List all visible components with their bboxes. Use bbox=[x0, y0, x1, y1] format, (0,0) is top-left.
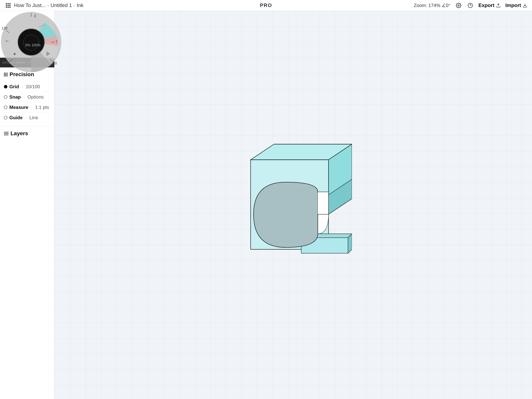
measure-row[interactable]: Measure · 1:1 pts bbox=[4, 102, 51, 112]
grid-label[interactable]: Grid bbox=[9, 84, 19, 90]
sidebar: 2 120 40 20 7 1 pts 0% 100% bbox=[0, 11, 55, 399]
layers-header[interactable]: Layers bbox=[4, 130, 51, 137]
guide-row[interactable]: Guide · Line bbox=[4, 112, 51, 123]
canvas-drawing bbox=[215, 136, 352, 274]
snap-row[interactable]: Snap · Options bbox=[4, 92, 51, 102]
svg-text:✦: ✦ bbox=[13, 51, 17, 57]
measure-radio[interactable] bbox=[4, 106, 7, 109]
export-button[interactable]: Export bbox=[478, 2, 501, 8]
svg-point-0 bbox=[458, 5, 459, 6]
svg-text:2: 2 bbox=[34, 14, 36, 18]
precision-section: Precision Grid · 10/100 Snap · Options M… bbox=[0, 67, 54, 125]
breadcrumb-part3[interactable]: Ink bbox=[77, 2, 83, 8]
svg-text:20: 20 bbox=[53, 61, 57, 65]
layers-menu-icon bbox=[4, 132, 9, 135]
grid-value[interactable]: 10/100 bbox=[26, 84, 40, 90]
breadcrumb-part2[interactable]: Untitled 1 bbox=[51, 2, 72, 8]
3d-object-svg bbox=[215, 136, 352, 273]
main-area: 2 120 40 20 7 1 pts 0% 100% bbox=[0, 11, 532, 399]
angle-value: ∠0° bbox=[442, 3, 450, 8]
app-menu-button[interactable] bbox=[5, 2, 12, 9]
layers-section: Layers bbox=[0, 126, 54, 139]
breadcrumb-part1[interactable]: How To Just... bbox=[14, 2, 46, 8]
measure-label[interactable]: Measure bbox=[9, 105, 28, 110]
settings-button[interactable] bbox=[455, 2, 462, 9]
import-button[interactable]: Import bbox=[505, 2, 527, 8]
breadcrumb-sep2: › bbox=[73, 2, 75, 8]
pro-badge: PRO bbox=[260, 2, 272, 8]
snap-radio[interactable] bbox=[4, 95, 7, 99]
breadcrumb: How To Just... › Untitled 1 › Ink bbox=[14, 2, 83, 8]
snap-options[interactable]: Options bbox=[27, 94, 44, 100]
canvas-area[interactable] bbox=[55, 11, 532, 399]
layers-title: Layers bbox=[11, 130, 28, 137]
guide-radio[interactable] bbox=[4, 116, 7, 119]
svg-text:7: 7 bbox=[56, 40, 57, 44]
radial-menu[interactable]: 2 120 40 20 7 1 pts 0% 100% bbox=[0, 11, 62, 73]
breadcrumb-sep1: › bbox=[47, 2, 49, 8]
svg-point-18 bbox=[23, 35, 39, 50]
snap-label[interactable]: Snap bbox=[9, 94, 21, 100]
svg-text:100%: 100% bbox=[32, 43, 40, 47]
svg-text:40: 40 bbox=[6, 61, 9, 65]
grid-radio[interactable] bbox=[4, 85, 7, 89]
topbar: How To Just... › Untitled 1 › Ink PRO Zo… bbox=[0, 0, 532, 11]
svg-text:120: 120 bbox=[1, 26, 7, 30]
grid-menu-icon bbox=[6, 3, 11, 8]
measure-value[interactable]: 1:1 pts bbox=[35, 105, 49, 110]
help-button[interactable] bbox=[467, 2, 474, 9]
zoom-value[interactable]: 174% bbox=[428, 3, 440, 8]
radial-menu-svg[interactable]: 2 120 40 20 7 1 pts 0% 100% bbox=[0, 11, 62, 73]
topbar-left: How To Just... › Untitled 1 › Ink bbox=[5, 2, 83, 9]
zoom-info: Zoom: 174% ∠0° bbox=[414, 3, 450, 8]
guide-label[interactable]: Guide bbox=[9, 115, 23, 120]
grid-row[interactable]: Grid · 10/100 bbox=[4, 81, 51, 92]
svg-text:0%: 0% bbox=[25, 43, 30, 47]
guide-value[interactable]: Line bbox=[29, 115, 38, 120]
topbar-right: Zoom: 174% ∠0° Export bbox=[414, 2, 527, 9]
